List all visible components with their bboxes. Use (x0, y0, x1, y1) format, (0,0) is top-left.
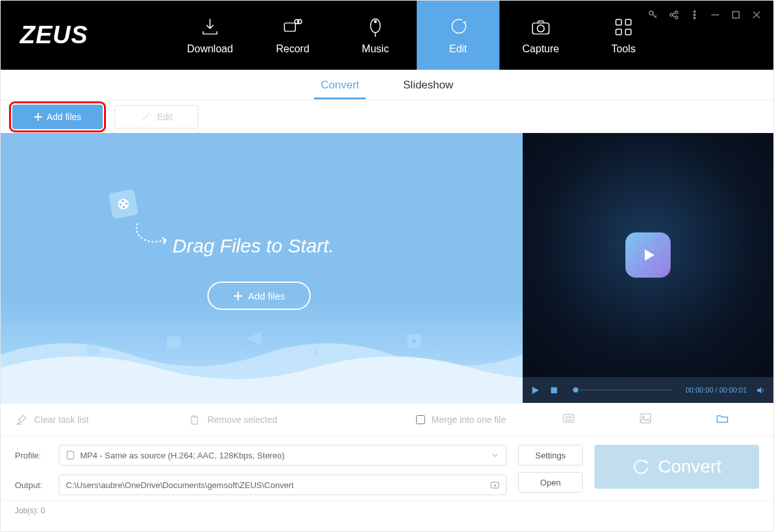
convert-button[interactable]: Convert (594, 445, 759, 489)
tab-slideshow[interactable]: Slideshow (401, 72, 456, 98)
browse-icon[interactable] (490, 480, 499, 489)
add-files-center-button[interactable]: Add files (207, 281, 311, 310)
broom-icon (15, 413, 28, 426)
volume-icon[interactable] (756, 385, 766, 395)
tab-convert[interactable]: Convert (318, 72, 362, 98)
svg-rect-41 (566, 417, 571, 420)
remove-selected[interactable]: Remove selected (174, 413, 291, 426)
svg-point-37 (87, 343, 99, 356)
arrow-icon (130, 221, 175, 253)
film-badge-icon (109, 189, 138, 219)
svg-point-20 (694, 11, 695, 12)
nav-music[interactable]: Music (334, 1, 417, 70)
profile-label: Profile: (15, 451, 50, 460)
clear-task-list[interactable]: Clear task list (1, 413, 103, 426)
svg-point-7 (538, 25, 545, 32)
nav-label: Tools (611, 43, 635, 55)
svg-rect-11 (625, 29, 631, 35)
main-area: Drag Files to Start. Add files (1, 133, 773, 403)
nav-label: Edit (449, 43, 467, 55)
jobs-count: Job(s): 0 (15, 506, 45, 515)
svg-point-17 (675, 16, 678, 19)
add-files-label: Add files (47, 112, 81, 122)
more-icon[interactable] (689, 10, 700, 20)
folder-icon[interactable] (715, 411, 729, 428)
toolbar: Add files Edit (1, 101, 773, 133)
svg-rect-42 (640, 414, 651, 423)
maximize-icon[interactable] (731, 10, 741, 20)
open-button[interactable]: Open (518, 472, 583, 493)
window-controls (648, 10, 762, 20)
svg-rect-40 (563, 414, 574, 422)
svg-point-30 (117, 198, 129, 210)
svg-rect-39 (551, 387, 557, 393)
output-value: C:\Users\aubre\OneDrive\Documents\gemsof… (66, 480, 294, 490)
profile-value: MP4 - Same as source (H.264; AAC, 128Kbp… (80, 451, 284, 460)
refresh-icon (632, 458, 650, 476)
plus-icon (233, 291, 243, 301)
preview-canvas (523, 133, 773, 377)
app-window: ZEUS Download Record Music Edit Capture (0, 0, 774, 532)
image-icon[interactable] (638, 411, 653, 428)
time-display: 00:00:00 / 00:00:01 (685, 386, 747, 394)
download-icon (199, 16, 221, 38)
share-icon[interactable] (669, 10, 679, 20)
convert-label: Convert (658, 456, 721, 477)
status-bar: Job(s): 0 (1, 500, 773, 520)
drop-zone[interactable]: Drag Files to Start. Add files (1, 133, 523, 403)
preview-panel: 00:00:00 / 00:00:01 (523, 133, 773, 403)
nav-capture[interactable]: Capture (499, 1, 582, 70)
add-files-button[interactable]: Add files (12, 105, 103, 129)
plus-icon (34, 112, 43, 121)
svg-rect-44 (67, 451, 74, 459)
merge-checkbox[interactable] (416, 415, 425, 424)
chevron-down-icon[interactable] (490, 451, 499, 460)
play-icon[interactable] (530, 385, 540, 395)
main-nav: Download Record Music Edit Capture Tools (169, 1, 665, 70)
header: ZEUS Download Record Music Edit Capture (1, 1, 773, 70)
preview-controls: 00:00:00 / 00:00:01 (523, 377, 773, 403)
minimize-icon[interactable] (710, 10, 720, 20)
output-label: Output: (15, 480, 50, 490)
nav-label: Music (362, 43, 389, 55)
svg-rect-24 (733, 12, 739, 18)
svg-point-16 (675, 11, 678, 14)
wave-decoration (1, 329, 523, 403)
profile-select[interactable]: MP4 - Same as source (H.264; AAC, 128Kbp… (59, 445, 507, 466)
svg-rect-9 (625, 19, 631, 25)
tools-icon (612, 16, 634, 38)
nav-edit[interactable]: Edit (417, 1, 499, 70)
stop-icon[interactable] (549, 385, 559, 395)
subtabs: Convert Slideshow (1, 70, 773, 101)
nav-label: Capture (523, 43, 560, 55)
snapshot-icon[interactable] (561, 411, 576, 428)
edit-button[interactable]: Edit (114, 105, 198, 128)
svg-point-4 (374, 20, 376, 22)
nav-record[interactable]: Record (251, 1, 334, 70)
svg-point-22 (694, 17, 695, 19)
wand-icon (140, 111, 152, 123)
merge-into-one[interactable]: Merge into one file (402, 414, 518, 425)
music-icon (364, 16, 386, 38)
settings-button[interactable]: Settings (518, 445, 583, 466)
close-icon[interactable] (751, 10, 762, 20)
preview-play-logo (625, 232, 671, 278)
record-icon (282, 16, 304, 38)
app-logo: ZEUS (1, 21, 169, 49)
progress-slider[interactable] (572, 389, 673, 391)
key-icon[interactable] (648, 10, 658, 20)
nav-label: Download (187, 43, 233, 55)
nav-download[interactable]: Download (169, 1, 251, 70)
svg-point-15 (670, 14, 673, 16)
svg-line-18 (673, 13, 675, 14)
svg-point-2 (297, 19, 301, 23)
output-path-field[interactable]: C:\Users\aubre\OneDrive\Documents\gemsof… (59, 475, 507, 495)
trash-icon (188, 413, 201, 426)
config-panel: Profile: MP4 - Same as source (H.264; AA… (1, 435, 773, 500)
capture-icon (530, 16, 552, 38)
svg-point-21 (694, 14, 695, 15)
drop-hero (110, 191, 136, 217)
svg-rect-0 (284, 23, 295, 31)
file-icon (66, 451, 75, 460)
add-files-center-label: Add files (248, 291, 286, 302)
